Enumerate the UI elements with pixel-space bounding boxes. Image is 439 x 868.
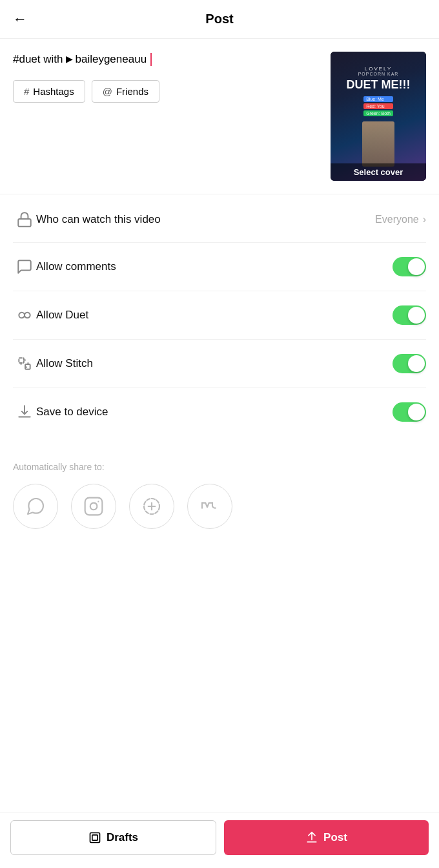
caption-prefix: #duet with: [13, 52, 63, 67]
tag-buttons: # Hashtags @ Friends: [13, 80, 320, 103]
thumb-text-popcorn: POPCORN KAR: [358, 72, 399, 76]
allow-comments-toggle[interactable]: [393, 257, 426, 276]
play-icon: ▶: [66, 53, 73, 66]
svg-rect-11: [92, 835, 97, 840]
video-thumbnail[interactable]: LOVELY POPCORN KAR DUET ME!!! Blue: Me R…: [331, 52, 426, 181]
comment-icon: [13, 258, 36, 275]
save-to-device-row[interactable]: Save to device: [13, 388, 426, 436]
allow-comments-row[interactable]: Allow comments: [13, 243, 426, 291]
drafts-button[interactable]: Drafts: [10, 820, 216, 855]
download-icon: [13, 404, 36, 420]
allow-duet-row[interactable]: Allow Duet: [13, 291, 426, 340]
header: ← Post: [0, 0, 439, 39]
allow-stitch-toggle[interactable]: [393, 354, 426, 373]
thumbnail-inner: LOVELY POPCORN KAR DUET ME!!! Blue: Me R…: [331, 52, 426, 181]
bottom-bar: Drafts Post: [0, 812, 439, 868]
at-icon: @: [103, 86, 112, 97]
allow-duet-toggle[interactable]: [393, 305, 426, 325]
lock-icon: [13, 211, 36, 228]
toggle-knob-stitch: [408, 355, 425, 372]
who-can-watch-label: Who can watch this video: [36, 213, 375, 226]
allow-comments-label: Allow comments: [36, 260, 393, 273]
thumb-tag-blue: Blue: Me: [363, 96, 393, 102]
caption-text-area: #duet with ▶ baileygeneauu # Hashtags @ …: [13, 52, 320, 103]
who-can-watch-right: Everyone ›: [375, 214, 426, 225]
svg-rect-3: [19, 358, 24, 363]
svg-rect-5: [85, 498, 103, 515]
share-label: Automatically share to:: [13, 462, 426, 472]
duet-icon: [13, 307, 36, 324]
settings-section: Who can watch this video Everyone › Allo…: [0, 197, 439, 436]
who-can-watch-value: Everyone: [375, 214, 419, 225]
friends-label: Friends: [116, 86, 148, 97]
toggle-knob-save: [408, 404, 425, 420]
toggle-knob-duet: [408, 307, 425, 324]
svg-rect-0: [18, 219, 31, 227]
drafts-icon: [88, 831, 101, 844]
thumb-tag-red: Red: You: [363, 103, 393, 109]
caption-area: #duet with ▶ baileygeneauu # Hashtags @ …: [0, 39, 439, 191]
tiktok-share-button[interactable]: [129, 484, 174, 529]
hashtags-button[interactable]: # Hashtags: [13, 80, 85, 103]
drafts-label: Drafts: [107, 831, 138, 844]
thumb-tag-green: Green: Both: [363, 110, 393, 116]
vk-share-button[interactable]: [187, 484, 232, 529]
post-button[interactable]: Post: [224, 820, 429, 855]
hashtag-icon: #: [24, 86, 29, 97]
save-to-device-toggle[interactable]: [393, 402, 426, 422]
share-section: Automatically share to:: [0, 436, 439, 542]
save-to-device-label: Save to device: [36, 406, 393, 418]
thumb-person: [362, 121, 394, 167]
svg-point-1: [19, 313, 25, 318]
allow-stitch-row[interactable]: Allow Stitch: [13, 340, 426, 388]
thumb-tags: Blue: Me Red: You Green: Both: [363, 96, 393, 116]
divider-1: [0, 194, 439, 194]
share-icons: [13, 484, 426, 529]
caption-input[interactable]: #duet with ▶ baileygeneauu: [13, 52, 320, 67]
allow-stitch-label: Allow Stitch: [36, 357, 393, 370]
svg-point-2: [25, 313, 30, 318]
chevron-icon: ›: [423, 214, 426, 225]
post-icon: [305, 831, 318, 844]
thumb-text-lovely: LOVELY: [365, 66, 393, 72]
caption-username: baileygeneauu: [76, 52, 147, 67]
svg-rect-10: [90, 833, 99, 843]
allow-duet-label: Allow Duet: [36, 309, 393, 322]
page-title: Post: [205, 12, 233, 26]
who-can-watch-row[interactable]: Who can watch this video Everyone ›: [13, 197, 426, 243]
hashtags-label: Hashtags: [33, 86, 74, 97]
toggle-knob: [408, 258, 425, 275]
stitch-icon: [13, 355, 36, 372]
text-cursor: [150, 53, 152, 66]
back-button[interactable]: ←: [13, 11, 27, 28]
friends-button[interactable]: @ Friends: [92, 80, 159, 103]
whatsapp-share-button[interactable]: [13, 484, 58, 529]
thumb-text-duet: DUET ME!!!: [347, 79, 411, 92]
post-label: Post: [323, 831, 347, 844]
instagram-share-button[interactable]: [71, 484, 116, 529]
select-cover-label[interactable]: Select cover: [331, 163, 426, 181]
